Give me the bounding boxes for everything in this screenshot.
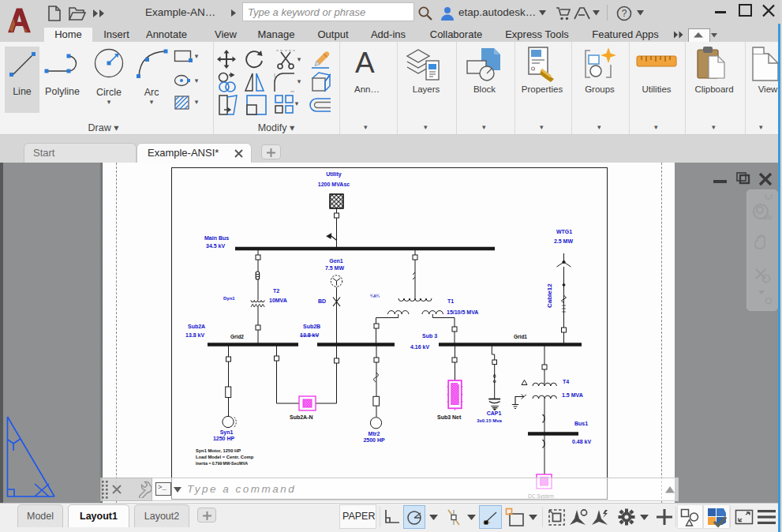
svg-text:Grid2: Grid2 (230, 334, 244, 339)
svg-text:?: ? (622, 8, 627, 19)
svg-text:Sub2B: Sub2B (303, 324, 320, 329)
svg-text:T4: T4 (563, 379, 569, 384)
svg-text:T2: T2 (273, 288, 279, 294)
svg-text:Gen1: Gen1 (329, 258, 343, 264)
svg-text:1.5 MVA: 1.5 MVA (562, 392, 583, 398)
svg-text:Syn1: Syn1 (220, 429, 234, 436)
svg-text:T1: T1 (447, 298, 454, 304)
svg-text:13.8 kV: 13.8 kV (185, 332, 204, 338)
svg-text:1250 HP: 1250 HP (213, 436, 235, 441)
svg-text:Syn1 Motor, 1250 HP: Syn1 Motor, 1250 HP (196, 448, 241, 453)
svg-text:2500 HP: 2500 HP (363, 437, 385, 443)
svg-text:Sub2A-N: Sub2A-N (290, 414, 313, 420)
svg-text:13.8 kV: 13.8 kV (300, 332, 319, 338)
svg-text:0.48 kV: 0.48 kV (572, 439, 591, 444)
svg-text:Inertia = 0.799 MW-Sec/MVA: Inertia = 0.799 MW-Sec/MVA (196, 461, 248, 466)
svg-text:1200 MVAsc: 1200 MVAsc (318, 182, 350, 187)
svg-text:Main Bus: Main Bus (204, 235, 229, 241)
svg-text:Grid1: Grid1 (514, 334, 527, 339)
svg-text:4.16 kV: 4.16 kV (410, 344, 429, 350)
svg-text:CAP1: CAP1 (487, 410, 502, 416)
svg-text:Load Model = Centr. Comp: Load Model = Centr. Comp (196, 455, 254, 459)
svg-text:Sub2A: Sub2A (188, 324, 205, 329)
svg-text:Sub 3: Sub 3 (422, 333, 437, 339)
svg-text:Sub3 Net: Sub3 Net (437, 414, 462, 420)
svg-text:WTG1: WTG1 (556, 229, 572, 234)
svg-text:BD: BD (318, 298, 326, 304)
svg-text:10MVA: 10MVA (269, 298, 287, 303)
svg-text:Cable12: Cable12 (546, 283, 553, 308)
svg-text:7.5 MW: 7.5 MW (325, 265, 345, 271)
svg-text:¼A¼: ¼A¼ (370, 294, 380, 298)
svg-text:3x0.15 Mva: 3x0.15 Mva (477, 418, 502, 423)
svg-text:2D: 2D (764, 214, 772, 221)
svg-text:2.5 MW: 2.5 MW (554, 238, 574, 244)
svg-text:Dyn1: Dyn1 (223, 296, 235, 301)
svg-text:Mtr2: Mtr2 (369, 431, 380, 436)
svg-text:15/10/5 MVA: 15/10/5 MVA (447, 309, 478, 315)
svg-text:Utility: Utility (326, 171, 342, 178)
svg-text:34.5 kV: 34.5 kV (206, 243, 225, 249)
svg-text:Bus1: Bus1 (574, 421, 588, 426)
